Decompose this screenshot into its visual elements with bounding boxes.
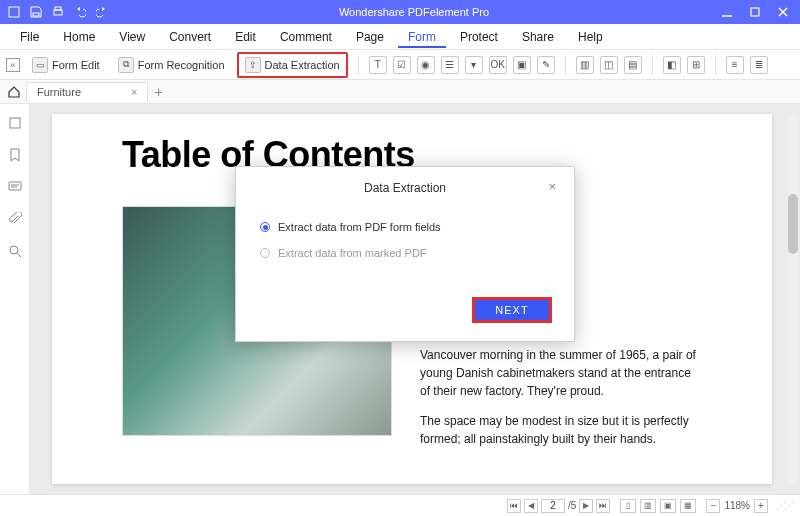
radio-icon — [260, 222, 270, 232]
redo-icon[interactable] — [94, 4, 110, 20]
data-extraction-label: Data Extraction — [265, 59, 340, 71]
svg-rect-3 — [55, 7, 61, 10]
svg-rect-2 — [54, 10, 62, 15]
minimize-button[interactable] — [718, 4, 736, 20]
form-align-tools: ▥ ◫ ▤ — [576, 56, 642, 74]
form-field-tools: T ☑ ◉ ☰ ▾ OK ▣ ✎ — [369, 56, 555, 74]
radio-option-form-fields[interactable]: Extract data from PDF form fields — [260, 221, 556, 233]
tool-icon-e[interactable]: ⊞ — [687, 56, 705, 74]
print-icon[interactable] — [50, 4, 66, 20]
zoom-out-button[interactable]: − — [706, 499, 720, 513]
collapse-toolbar-button[interactable]: « — [6, 58, 20, 72]
listbox-field-icon[interactable]: ☰ — [441, 56, 459, 74]
document-tab[interactable]: Furniture × — [26, 82, 148, 101]
data-extraction-icon: ⇪ — [245, 57, 261, 73]
view-mode-group: ▯ ▥ ▣ ▦ — [620, 499, 696, 513]
menu-form[interactable]: Form — [398, 26, 446, 48]
tool-icon-a[interactable]: ▥ — [576, 56, 594, 74]
menu-comment[interactable]: Comment — [270, 26, 342, 48]
menu-file[interactable]: File — [10, 26, 49, 48]
close-button[interactable] — [774, 4, 792, 20]
tab-label: Furniture — [37, 86, 81, 98]
svg-rect-9 — [9, 182, 21, 190]
zoom-level-label: 118% — [724, 500, 750, 511]
title-bar: Wondershare PDFelement Pro — [0, 0, 800, 24]
toolbar-separator-2 — [565, 55, 566, 75]
app-logo-icon — [6, 4, 22, 20]
svg-point-12 — [10, 246, 18, 254]
thumbnails-icon[interactable] — [6, 114, 24, 132]
last-page-button[interactable]: ⏭ — [596, 499, 610, 513]
paragraph-1: Vancouver morning in the summer of 1965,… — [420, 346, 702, 400]
toolbar-separator-4 — [715, 55, 716, 75]
tab-close-icon[interactable]: × — [131, 86, 137, 98]
search-panel-icon[interactable] — [6, 242, 24, 260]
undo-icon[interactable] — [72, 4, 88, 20]
radio-field-icon[interactable]: ◉ — [417, 56, 435, 74]
radio-option-marked-pdf[interactable]: Extract data from marked PDF — [260, 247, 556, 259]
dialog-title: Data Extraction — [364, 181, 446, 195]
svg-rect-1 — [33, 13, 39, 16]
tool-icon-f[interactable]: ≡ — [726, 56, 744, 74]
svg-rect-8 — [10, 118, 20, 128]
first-page-button[interactable]: ⏮ — [507, 499, 521, 513]
form-edit-label: Form Edit — [52, 59, 100, 71]
prev-page-button[interactable]: ◀ — [524, 499, 538, 513]
next-button-label: NEXT — [495, 304, 528, 316]
home-tab-icon[interactable] — [6, 84, 22, 100]
tool-icon-b[interactable]: ◫ — [600, 56, 618, 74]
bookmarks-icon[interactable] — [6, 146, 24, 164]
dialog-header: Data Extraction × — [254, 181, 556, 195]
next-button[interactable]: NEXT — [472, 297, 552, 323]
form-edit-icon: ▭ — [32, 57, 48, 73]
form-recognition-button[interactable]: ⧉ Form Recognition — [112, 54, 231, 76]
vertical-scrollbar[interactable] — [788, 114, 798, 484]
button-field-icon[interactable]: OK — [489, 56, 507, 74]
signature-field-icon[interactable]: ✎ — [537, 56, 555, 74]
continuous-view-icon[interactable]: ▥ — [640, 499, 656, 513]
paragraph-2: The space may be modest in size but it i… — [420, 412, 702, 448]
save-icon[interactable] — [28, 4, 44, 20]
image-field-icon[interactable]: ▣ — [513, 56, 531, 74]
svg-rect-0 — [9, 7, 19, 17]
form-recognition-icon: ⧉ — [118, 57, 134, 73]
menu-view[interactable]: View — [109, 26, 155, 48]
radio-label-2: Extract data from marked PDF — [278, 247, 427, 259]
menu-home[interactable]: Home — [53, 26, 105, 48]
menu-page[interactable]: Page — [346, 26, 394, 48]
two-page-view-icon[interactable]: ▣ — [660, 499, 676, 513]
form-recognition-label: Form Recognition — [138, 59, 225, 71]
scrollbar-thumb[interactable] — [788, 194, 798, 254]
left-sidebar — [0, 104, 30, 494]
svg-rect-5 — [751, 8, 759, 16]
two-page-continuous-icon[interactable]: ▦ — [680, 499, 696, 513]
menu-help[interactable]: Help — [568, 26, 613, 48]
new-tab-button[interactable]: + — [154, 84, 162, 100]
resize-grip-icon[interactable]: ⋰⋰ — [776, 500, 792, 511]
zoom-controls: − 118% + — [706, 499, 768, 513]
checkbox-field-icon[interactable]: ☑ — [393, 56, 411, 74]
comments-icon[interactable] — [6, 178, 24, 196]
current-page-input[interactable] — [541, 499, 565, 513]
maximize-button[interactable] — [746, 4, 764, 20]
text-field-icon[interactable]: T — [369, 56, 387, 74]
dialog-options: Extract data from PDF form fields Extrac… — [260, 221, 556, 259]
next-page-button[interactable]: ▶ — [579, 499, 593, 513]
dropdown-field-icon[interactable]: ▾ — [465, 56, 483, 74]
attachments-icon[interactable] — [6, 210, 24, 228]
zoom-in-button[interactable]: + — [754, 499, 768, 513]
form-edit-button[interactable]: ▭ Form Edit — [26, 54, 106, 76]
document-tab-bar: Furniture × + — [0, 80, 800, 104]
menu-convert[interactable]: Convert — [159, 26, 221, 48]
tool-icon-d[interactable]: ◧ — [663, 56, 681, 74]
single-page-view-icon[interactable]: ▯ — [620, 499, 636, 513]
window-title: Wondershare PDFelement Pro — [110, 6, 718, 18]
menu-edit[interactable]: Edit — [225, 26, 266, 48]
form-misc-tools: ◧ ⊞ — [663, 56, 705, 74]
menu-share[interactable]: Share — [512, 26, 564, 48]
data-extraction-button[interactable]: ⇪ Data Extraction — [237, 52, 348, 78]
tool-icon-c[interactable]: ▤ — [624, 56, 642, 74]
tool-icon-g[interactable]: ≣ — [750, 56, 768, 74]
menu-protect[interactable]: Protect — [450, 26, 508, 48]
dialog-close-icon[interactable]: × — [548, 179, 556, 194]
